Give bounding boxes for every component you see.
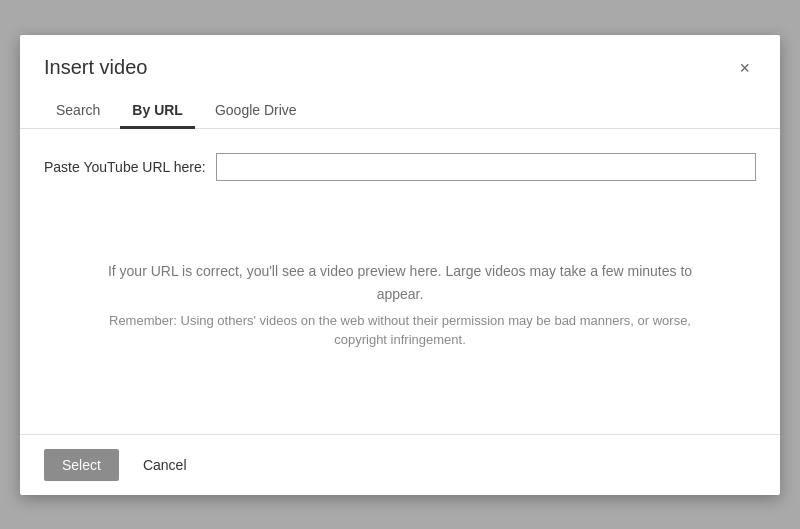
dialog-overlay: Insert video × Search By URL Google Driv… <box>0 0 800 529</box>
insert-video-dialog: Insert video × Search By URL Google Driv… <box>20 35 780 495</box>
tab-search[interactable]: Search <box>44 94 112 129</box>
dialog-header: Insert video × <box>20 35 780 93</box>
tab-bar: Search By URL Google Drive <box>20 93 780 129</box>
dialog-body: Paste YouTube URL here: If your URL is c… <box>20 129 780 434</box>
dialog-title: Insert video <box>44 56 147 79</box>
tab-by-url[interactable]: By URL <box>120 94 195 129</box>
url-input[interactable] <box>216 153 756 181</box>
cancel-button[interactable]: Cancel <box>131 449 199 481</box>
preview-area: If your URL is correct, you'll see a vid… <box>44 201 756 410</box>
close-button[interactable]: × <box>733 55 756 81</box>
preview-warning: Remember: Using others' videos on the we… <box>104 311 696 350</box>
select-button[interactable]: Select <box>44 449 119 481</box>
preview-hint: If your URL is correct, you'll see a vid… <box>104 260 696 305</box>
url-input-row: Paste YouTube URL here: <box>44 153 756 181</box>
dialog-footer: Select Cancel <box>20 434 780 495</box>
tab-google-drive[interactable]: Google Drive <box>203 94 309 129</box>
url-label: Paste YouTube URL here: <box>44 159 206 175</box>
